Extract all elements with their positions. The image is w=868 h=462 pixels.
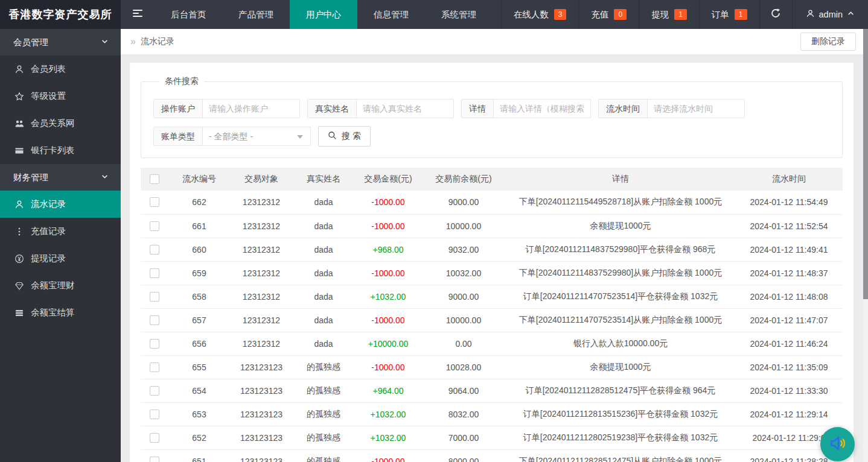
- sidebar-item-recharge-records[interactable]: 充值记录: [0, 218, 121, 245]
- row-checkbox[interactable]: [150, 245, 159, 255]
- field-real-name: 真实姓名: [307, 99, 454, 118]
- field-detail: 详情: [461, 99, 591, 118]
- group-label: 财务管理: [13, 172, 48, 183]
- select-all-checkbox[interactable]: [150, 174, 159, 184]
- search-icon: [328, 131, 337, 142]
- cell-amount: +1032.00: [355, 402, 421, 426]
- cell-target: 12312312: [231, 238, 292, 261]
- row-checkbox[interactable]: [150, 292, 159, 302]
- table-row: 662 12312312 dada -1000.00 9000.00 下单[20…: [141, 191, 843, 214]
- select-caret-icon: [297, 135, 303, 139]
- row-checkbox[interactable]: [150, 433, 159, 443]
- sidebar-item-level-settings[interactable]: 等级设置: [0, 83, 121, 110]
- sidebar-item-yuebao-settlement[interactable]: 余额宝结算: [0, 299, 121, 326]
- breadcrumb-chevrons-icon: »: [130, 36, 136, 47]
- sidebar-item-flow-records[interactable]: 流水记录: [0, 191, 121, 218]
- chevron-down-icon: [101, 37, 109, 47]
- search-row-2: 账单类型 - 全部类型 - 搜 索: [153, 127, 831, 147]
- refresh-button[interactable]: [759, 0, 792, 29]
- row-checkbox[interactable]: [150, 268, 159, 278]
- table-row: 652 123123123 的孤独感 +1032.00 7000.00 订单[2…: [141, 426, 843, 449]
- status-label: 充值: [591, 9, 608, 21]
- row-checkbox[interactable]: [150, 457, 159, 462]
- sidebar-group-finance-mgmt[interactable]: 财务管理: [0, 164, 121, 191]
- row-checkbox[interactable]: [150, 362, 159, 372]
- table-row: 661 12312312 dada -1000.00 10000.00 余额提现…: [141, 214, 843, 238]
- detail-input[interactable]: [494, 100, 590, 118]
- cell-amount: +1032.00: [355, 285, 421, 308]
- cell-detail: 订单[20240112114707523514]平仓获得金额 1032元: [506, 285, 735, 308]
- real-name-input[interactable]: [357, 100, 453, 118]
- nav-item-user-center[interactable]: 用户中心: [290, 0, 357, 29]
- sidebar-group-member-mgmt[interactable]: 会员管理: [0, 29, 121, 55]
- cell-flow-id: 660: [168, 238, 231, 261]
- nav-item-home[interactable]: 后台首页: [155, 0, 222, 29]
- sidebar-item-label: 会员关系网: [31, 118, 75, 129]
- row-checkbox[interactable]: [150, 197, 159, 207]
- search-row-1: 操作账户 真实姓名 详情 流水时间: [153, 99, 831, 118]
- search-button[interactable]: 搜 索: [318, 126, 371, 147]
- row-checkbox[interactable]: [150, 410, 159, 419]
- nav-item-products[interactable]: 产品管理: [222, 0, 290, 29]
- cell-amount: -1000.00: [355, 191, 421, 214]
- row-checkbox[interactable]: [150, 221, 159, 231]
- cell-name: 的孤独感: [292, 402, 355, 426]
- cell-time: 2024-01-12 11:46:24: [735, 332, 843, 355]
- credit-card-icon: [14, 146, 24, 156]
- cell-flow-id: 651: [168, 449, 231, 462]
- admin-username: admin: [819, 10, 843, 19]
- col-target: 交易对象: [231, 168, 292, 191]
- field-bill-type: 账单类型 - 全部类型 -: [153, 127, 311, 146]
- admin-menu[interactable]: admin: [792, 0, 868, 29]
- table-row: 653 123123123 的孤独感 +1032.00 8032.00 订单[2…: [141, 402, 843, 426]
- bill-type-select[interactable]: - 全部类型 -: [203, 127, 310, 145]
- cell-flow-id: 661: [168, 214, 231, 238]
- flow-time-input[interactable]: [648, 100, 744, 118]
- nav-item-label: 产品管理: [238, 9, 273, 21]
- status-online-users[interactable]: 在线人数 3: [501, 0, 579, 29]
- nav-item-system[interactable]: 系统管理: [425, 0, 493, 29]
- field-label: 操作账户: [154, 100, 203, 118]
- status-orders[interactable]: 订单 1: [699, 0, 759, 29]
- hamburger-icon: [132, 8, 143, 21]
- cell-balance: 10028.00: [421, 355, 506, 379]
- delete-records-button[interactable]: 删除记录: [800, 33, 856, 51]
- cell-target: 12312312: [231, 191, 292, 214]
- scrollbar-thumb[interactable]: [863, 29, 868, 299]
- row-checkbox[interactable]: [150, 315, 159, 325]
- nav-item-info[interactable]: 信息管理: [357, 0, 425, 29]
- sidebar-toggle-button[interactable]: [121, 0, 155, 29]
- cell-flow-id: 662: [168, 191, 231, 214]
- cell-balance: 10000.00: [421, 214, 506, 238]
- sidebar-item-withdraw-records[interactable]: 提现记录: [0, 245, 121, 272]
- operator-account-input[interactable]: [203, 100, 299, 118]
- row-checkbox[interactable]: [150, 386, 159, 396]
- cell-flow-id: 655: [168, 355, 231, 379]
- status-recharge[interactable]: 充值 0: [578, 0, 639, 29]
- cell-name: 的孤独感: [292, 449, 355, 462]
- cell-target: 123123123: [231, 355, 292, 379]
- cell-target: 123123123: [231, 402, 292, 426]
- row-checkbox[interactable]: [150, 339, 159, 349]
- col-time: 流水时间: [735, 168, 843, 191]
- sidebar-item-label: 余额宝理财: [31, 280, 75, 291]
- vertical-scrollbar[interactable]: [863, 29, 868, 462]
- cell-balance: 9032.00: [421, 238, 506, 261]
- sidebar-item-member-list[interactable]: 会员列表: [0, 55, 121, 83]
- search-button-label: 搜 索: [342, 131, 361, 142]
- status-label: 提现: [651, 9, 669, 21]
- status-withdraw[interactable]: 提现 1: [639, 0, 699, 29]
- field-label: 账单类型: [154, 127, 203, 145]
- sidebar-item-bank-cards[interactable]: 银行卡列表: [0, 137, 121, 164]
- cell-name: dada: [292, 191, 355, 214]
- sidebar-item-yuebao-finance[interactable]: 余额宝理财: [0, 272, 121, 299]
- cell-name: dada: [292, 308, 355, 332]
- cell-balance: 7000.00: [421, 426, 506, 449]
- cell-time: 2024-01-12 11:35:09: [735, 355, 843, 379]
- speaker-icon: [828, 434, 847, 455]
- sound-notification-button[interactable]: [820, 427, 855, 461]
- sidebar-item-label: 充值记录: [31, 226, 66, 237]
- field-flow-time: 流水时间: [598, 99, 745, 118]
- sidebar-item-member-network[interactable]: 会员关系网: [0, 110, 121, 137]
- star-icon: [14, 92, 24, 101]
